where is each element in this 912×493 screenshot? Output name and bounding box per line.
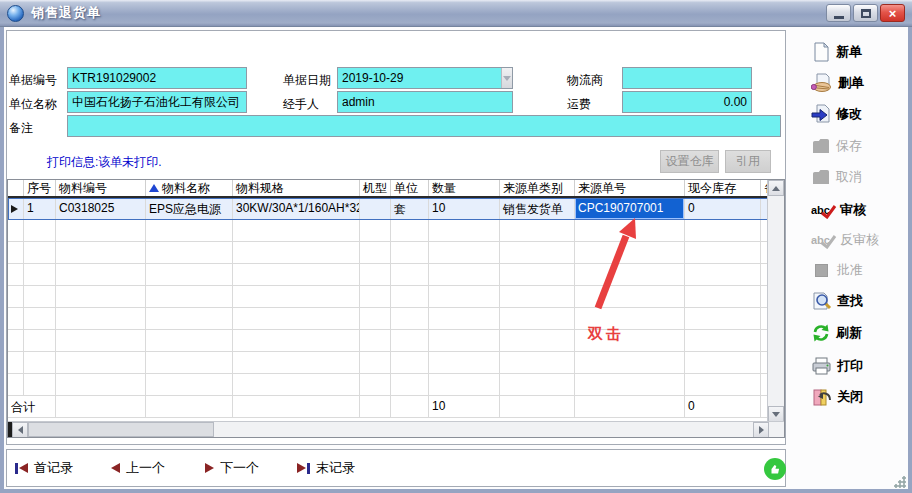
logistics-label: 物流商 xyxy=(567,72,603,89)
header-source-no[interactable]: 来源单号 xyxy=(575,180,685,196)
minimize-button[interactable] xyxy=(826,4,851,22)
nav-previous-record[interactable]: 上一个 xyxy=(111,450,165,486)
cell-source-no[interactable]: CPC190707001 xyxy=(575,198,685,219)
nav-last-record[interactable]: 末记录 xyxy=(297,450,355,486)
freight-field[interactable] xyxy=(622,91,752,113)
next-record-icon xyxy=(205,463,214,473)
row-pointer-icon xyxy=(11,205,20,213)
save-icon xyxy=(811,136,831,156)
print-icon xyxy=(811,356,832,376)
print-info-text: 打印信息:该单未打印. xyxy=(47,154,162,171)
close-form-label: 关闭 xyxy=(837,388,863,406)
header-unit[interactable]: 单位 xyxy=(391,180,429,196)
set-warehouse-button[interactable]: 设置仓库 xyxy=(660,150,719,173)
items-grid: 序号 物料编号 物料名称 物料规格 机型 单位 数量 来源单类别 来源单号 现今… xyxy=(7,179,785,438)
hscroll-thumb[interactable] xyxy=(28,422,214,437)
refresh-button[interactable]: 刷新 xyxy=(811,320,862,346)
handler-label: 经手人 xyxy=(283,96,319,113)
row-selector xyxy=(8,198,24,219)
unit-name-field[interactable] xyxy=(67,91,247,113)
nav-first-label: 首记录 xyxy=(34,459,73,477)
resize-grip[interactable] xyxy=(893,475,906,488)
nav-first-record[interactable]: 首记录 xyxy=(15,450,73,486)
selected-row[interactable]: 1 C0318025 EPS应急电源 30KW/30A*1/160AH*32 套… xyxy=(8,198,769,220)
new-order-button[interactable]: 新单 xyxy=(811,39,862,65)
window-controls xyxy=(826,4,905,22)
close-button[interactable] xyxy=(880,4,905,22)
scroll-left-button[interactable] xyxy=(12,422,28,438)
doc-date-dropdown-button[interactable] xyxy=(501,68,512,88)
header-model[interactable]: 机型 xyxy=(360,180,391,196)
cell-qty[interactable]: 10 xyxy=(429,198,500,219)
header-qty[interactable]: 数量 xyxy=(429,180,500,196)
doc-no-field[interactable] xyxy=(67,67,247,89)
header-seq[interactable]: 序号 xyxy=(24,180,56,196)
total-stock: 0 xyxy=(685,396,761,417)
save-label: 保存 xyxy=(836,137,862,155)
minimize-icon xyxy=(834,16,844,19)
search-label: 查找 xyxy=(837,292,863,310)
scroll-right-button[interactable] xyxy=(753,422,769,438)
logistics-field[interactable] xyxy=(622,67,752,89)
delete-order-button[interactable]: 删单 xyxy=(811,70,864,96)
doc-date-field[interactable] xyxy=(338,68,501,88)
cell-code[interactable]: C0318025 xyxy=(56,198,146,219)
cell-unit[interactable]: 套 xyxy=(391,198,429,219)
last-record-icon xyxy=(297,463,310,474)
header-name[interactable]: 物料名称 xyxy=(146,180,233,196)
arrow-down-icon xyxy=(772,412,780,417)
cell-name[interactable]: EPS应急电源 xyxy=(146,198,233,219)
print-button[interactable]: 打印 xyxy=(811,353,863,379)
header-selector xyxy=(8,180,24,196)
unaudit-icon: abc xyxy=(811,234,835,246)
grid-header: 序号 物料编号 物料名称 物料规格 机型 单位 数量 来源单类别 来源单号 现今… xyxy=(8,180,769,198)
approve-button[interactable]: 批准 xyxy=(811,257,863,283)
vertical-scrollbar[interactable] xyxy=(767,180,784,422)
new-order-label: 新单 xyxy=(836,43,862,61)
unit-name-label: 单位名称 xyxy=(9,96,57,113)
remark-field[interactable] xyxy=(67,115,781,137)
maximize-button[interactable] xyxy=(853,4,878,22)
toolbar: 新单 删单 修改 保存 取消 abc 审核 abc 反审核 批准 xyxy=(787,28,908,489)
scroll-down-button[interactable] xyxy=(768,406,784,422)
unaudit-label: 反审核 xyxy=(840,231,879,249)
header-spec[interactable]: 物料规格 xyxy=(233,180,360,196)
cell-seq[interactable]: 1 xyxy=(24,198,56,219)
refresh-icon xyxy=(811,323,831,343)
empty-grid-row xyxy=(8,374,769,396)
empty-grid-row xyxy=(8,242,769,264)
header-source-type[interactable]: 来源单类别 xyxy=(500,180,575,196)
freight-label: 运费 xyxy=(567,96,591,113)
cell-model[interactable] xyxy=(360,198,391,219)
cancel-label: 取消 xyxy=(836,168,862,186)
cell-stock[interactable]: 0 xyxy=(685,198,761,219)
empty-grid-row xyxy=(8,286,769,308)
quote-button[interactable]: 引用 xyxy=(725,150,771,173)
nav-next-record[interactable]: 下一个 xyxy=(205,450,259,486)
close-form-button[interactable]: 关闭 xyxy=(811,384,863,410)
search-icon xyxy=(811,291,832,312)
delete-order-label: 删单 xyxy=(838,74,864,92)
handler-field[interactable] xyxy=(337,91,513,113)
scroll-up-button[interactable] xyxy=(768,180,784,196)
cell-spec[interactable]: 30KW/30A*1/160AH*32 xyxy=(233,198,360,219)
audit-icon: abc xyxy=(811,204,835,216)
nav-next-label: 下一个 xyxy=(220,459,259,477)
search-button[interactable]: 查找 xyxy=(811,288,863,314)
save-button[interactable]: 保存 xyxy=(811,133,862,159)
audit-button[interactable]: abc 审核 xyxy=(811,197,866,223)
arrow-up-icon xyxy=(772,186,780,191)
horizontal-scrollbar[interactable] xyxy=(8,421,785,437)
modify-button[interactable]: 修改 xyxy=(811,101,862,127)
audit-label: 审核 xyxy=(840,201,866,219)
cancel-button[interactable]: 取消 xyxy=(811,164,862,190)
unaudit-button[interactable]: abc 反审核 xyxy=(811,227,879,253)
doc-no-label: 单据编号 xyxy=(9,72,57,89)
header-stock[interactable]: 现今库存 xyxy=(685,180,761,196)
window-title: 销售退货单 xyxy=(31,4,101,22)
header-code[interactable]: 物料编号 xyxy=(56,180,146,196)
new-order-icon xyxy=(811,42,831,62)
empty-grid-row xyxy=(8,352,769,374)
previous-record-icon xyxy=(111,463,120,473)
cell-source-type[interactable]: 销售发货单 xyxy=(500,198,575,219)
